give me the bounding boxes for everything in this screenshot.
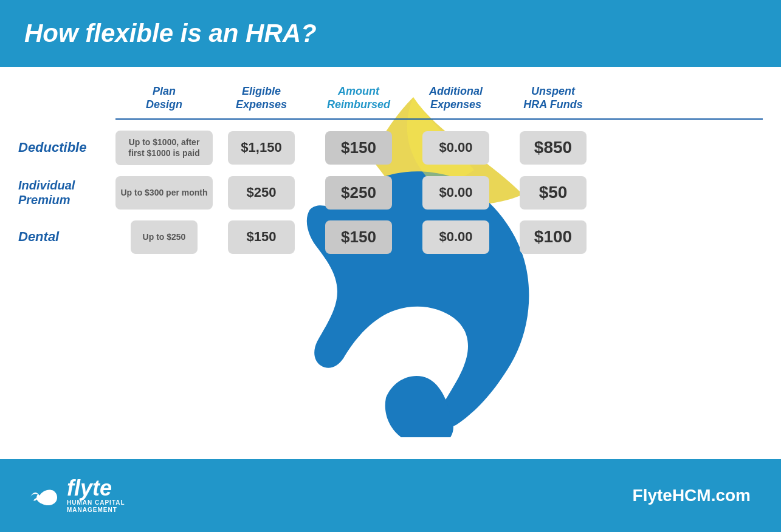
cell-eligible-2: $150 <box>213 220 310 254</box>
cell-unspent-2: $100 <box>504 220 602 254</box>
logo-text: flyte HUMAN CAPITAL MANAGEMENT <box>67 477 125 514</box>
footer: flyte HUMAN CAPITAL MANAGEMENT FlyteHCM.… <box>0 459 781 532</box>
cell-amount-1: $250 <box>310 176 407 210</box>
logo-subtitle: HUMAN CAPITAL MANAGEMENT <box>67 499 125 514</box>
cell-additional-0: $0.00 <box>407 131 504 165</box>
cell-box: $850 <box>520 131 587 165</box>
row-label-individual: Individual Premium <box>18 178 115 207</box>
cell-box: $0.00 <box>422 220 489 254</box>
cell-box: Up to $1000, after first $1000 is paid <box>115 131 213 165</box>
cell-eligible-1: $250 <box>213 176 310 210</box>
cell-plan-design-0: Up to $1000, after first $1000 is paid <box>115 131 213 165</box>
cell-box: Up to $300 per month <box>115 176 212 210</box>
table-divider <box>115 118 763 120</box>
table-area: Plan Design Eligible Expenses Amount Rei… <box>0 67 781 459</box>
cell-eligible-0: $1,150 <box>213 131 310 165</box>
logo-name: flyte <box>67 477 112 499</box>
col-additional: Additional Expenses <box>407 85 504 111</box>
logo-area: flyte HUMAN CAPITAL MANAGEMENT <box>30 477 125 514</box>
footer-url: FlyteHCM.com <box>633 486 751 505</box>
cell-box: $150 <box>325 131 392 165</box>
cell-box: $150 <box>325 220 392 254</box>
cell-box: $100 <box>520 220 587 254</box>
cell-amount-2: $150 <box>310 220 407 254</box>
header: How flexible is an HRA? <box>0 0 781 67</box>
column-headers: Plan Design Eligible Expenses Amount Rei… <box>18 85 763 111</box>
cell-box: $150 <box>228 220 295 254</box>
cell-amount-0: $150 <box>310 131 407 165</box>
main-content: Plan Design Eligible Expenses Amount Rei… <box>0 67 781 459</box>
cell-plan-design-1: Up to $300 per month <box>115 176 213 210</box>
col-unspent: Unspent HRA Funds <box>504 85 602 111</box>
cell-box: $0.00 <box>422 176 489 210</box>
row-label-dental: Dental <box>18 229 115 245</box>
cell-box: $1,150 <box>228 131 295 165</box>
col-plan-design: Plan Design <box>115 85 213 111</box>
page-title: How flexible is an HRA? <box>24 19 317 48</box>
table-row: Deductible Up to $1000, after first $100… <box>18 131 763 165</box>
row-label-deductible: Deductible <box>18 140 115 155</box>
cell-box: $50 <box>520 176 587 210</box>
col-amount: Amount Reimbursed <box>310 85 407 111</box>
cell-additional-1: $0.00 <box>407 176 504 210</box>
logo-bird-icon <box>30 483 61 508</box>
cell-additional-2: $0.00 <box>407 220 504 254</box>
col-eligible: Eligible Expenses <box>213 85 310 111</box>
table-row: Individual Premium Up to $300 per month … <box>18 176 763 210</box>
table-row: Dental Up to $250 $150 $150 $0.00 $100 <box>18 220 763 254</box>
cell-plan-design-2: Up to $250 <box>115 220 213 254</box>
cell-unspent-0: $850 <box>504 131 602 165</box>
cell-box: Up to $250 <box>131 220 198 254</box>
cell-box: $0.00 <box>422 131 489 165</box>
cell-unspent-1: $50 <box>504 176 602 210</box>
cell-box: $250 <box>325 176 392 210</box>
cell-box: $250 <box>228 176 295 210</box>
